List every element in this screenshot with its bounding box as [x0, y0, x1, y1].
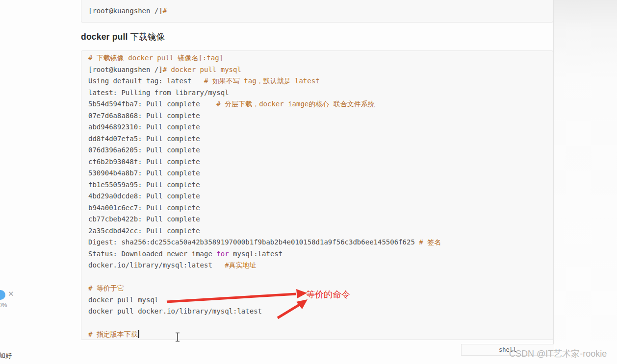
- code-line: docker pull docker.io/library/mysql:late…: [88, 306, 546, 317]
- content-edge-divider: [553, 0, 554, 356]
- code-line: [88, 271, 546, 283]
- close-icon[interactable]: ✕: [8, 290, 14, 298]
- code-line: 530904b4a8b7: Pull complete: [88, 168, 546, 179]
- code-line: dd8f4d07efa5: Pull complete: [88, 133, 546, 145]
- code-line: 2a35cdbd42cc: Pull complete: [88, 225, 546, 237]
- annotation-arrow-upper: [167, 289, 307, 302]
- overlay-avatar-icon[interactable]: [0, 290, 5, 300]
- code-line: Status: Downloaded newer image for mysql…: [88, 248, 546, 260]
- code-line: 5b54d594fba7: Pull complete # 分层下载，docke…: [88, 98, 546, 110]
- code-line: cb77cbeb422b: Pull complete: [88, 214, 546, 225]
- csdn-watermark: CSDN @IT艺术家-rookie: [509, 348, 617, 360]
- code-line: abd946892310: Pull complete: [88, 121, 546, 133]
- overlay-bottom-label: 加好: [0, 351, 12, 360]
- code-line: fb1e55059a95: Pull complete: [88, 179, 546, 191]
- code-line: [root@kuangshen /]# docker pull mysql: [88, 64, 546, 76]
- code-block-prompt[interactable]: [root@kuangshen /]#: [81, 0, 553, 23]
- code-line: # 下载镜像 docker pull 镜像名[:tag]: [88, 52, 546, 64]
- progress-percent-label: 0%: [0, 302, 7, 309]
- code-line: 076d396a6205: Pull complete: [88, 145, 546, 156]
- annotation-arrow-lower: [278, 299, 308, 318]
- code-line: docker.io/library/mysql:latest #真实地址: [88, 260, 546, 271]
- code-line: 4bd29a0dcde8: Pull complete: [88, 191, 546, 202]
- annotation-arrows: [162, 287, 314, 323]
- text-caret: [138, 330, 139, 338]
- code-line: 07e7d6a8a868: Pull complete: [88, 110, 546, 122]
- code-line: cf6b2b93048f: Pull complete: [88, 156, 546, 168]
- heading-code-text: docker pull: [81, 32, 128, 42]
- code-line: b94a001c6ec7: Pull complete: [88, 202, 546, 214]
- code-line: latest: Pulling from library/mysql: [88, 87, 546, 99]
- code-line: # 指定版本下载: [88, 329, 546, 340]
- top-code-block-content: [root@kuangshen /]#: [88, 5, 546, 17]
- code-line: [root@kuangshen /]#: [88, 5, 546, 17]
- heading-rest-text: 下载镜像: [128, 32, 165, 42]
- section-heading: docker pull 下载镜像: [81, 31, 165, 43]
- window-right-margin: [554, 0, 617, 364]
- code-line: Using default tag: latest # 如果不写 tag，默认就…: [88, 75, 546, 87]
- ibeam-cursor: [174, 332, 181, 342]
- code-line: Digest: sha256:dc255ca50a42b3589197000b1…: [88, 237, 546, 248]
- code-line: [88, 317, 546, 329]
